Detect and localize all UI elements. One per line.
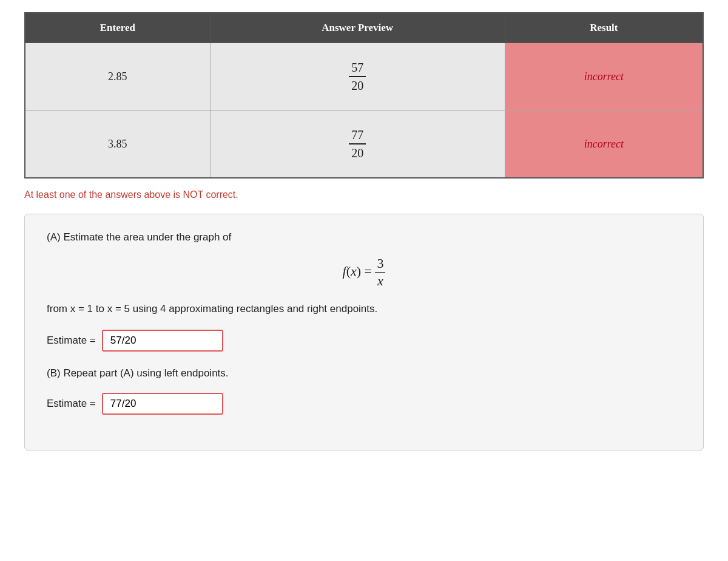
table-row: 2.85 57 20 incorrect bbox=[25, 43, 703, 110]
formula-numerator: 3 bbox=[375, 256, 385, 273]
result-cell-1: incorrect bbox=[505, 43, 703, 110]
formula-display: f(x) = 3 x bbox=[47, 256, 681, 290]
estimate-b-row: Estimate = bbox=[47, 393, 681, 415]
col-header-entered: Entered bbox=[25, 13, 210, 43]
problem-box: (A) Estimate the area under the graph of… bbox=[24, 214, 704, 450]
entered-value-2: 3.85 bbox=[25, 110, 210, 178]
table-row: 3.85 77 20 incorrect bbox=[25, 110, 703, 178]
col-header-result: Result bbox=[505, 13, 703, 43]
estimate-b-input[interactable] bbox=[102, 393, 223, 415]
warning-message: At least one of the answers above is NOT… bbox=[24, 189, 704, 200]
answer-table: Entered Answer Preview Result 2.85 57 20… bbox=[24, 12, 704, 178]
fraction-denominator-2: 20 bbox=[349, 144, 366, 160]
estimate-a-input[interactable] bbox=[102, 330, 223, 352]
estimate-a-label: Estimate = bbox=[47, 335, 96, 347]
result-cell-2: incorrect bbox=[505, 110, 703, 178]
entered-value-1: 2.85 bbox=[25, 43, 210, 110]
from-to-text: from x = 1 to x = 5 using 4 approximatin… bbox=[47, 303, 681, 315]
fraction-numerator-2: 77 bbox=[349, 127, 366, 144]
col-header-preview: Answer Preview bbox=[210, 13, 505, 43]
preview-fraction-1: 57 20 bbox=[210, 43, 505, 110]
formula-denominator: x bbox=[376, 273, 385, 289]
preview-fraction-2: 77 20 bbox=[210, 110, 505, 178]
estimate-b-label: Estimate = bbox=[47, 398, 96, 410]
fraction-denominator-1: 20 bbox=[349, 77, 366, 93]
fraction-numerator-1: 57 bbox=[349, 60, 366, 77]
estimate-a-row: Estimate = bbox=[47, 330, 681, 352]
part-a-title: (A) Estimate the area under the graph of bbox=[47, 231, 681, 243]
part-b-title: (B) Repeat part (A) using left endpoints… bbox=[47, 367, 681, 379]
formula-fraction: 3 x bbox=[375, 256, 385, 290]
